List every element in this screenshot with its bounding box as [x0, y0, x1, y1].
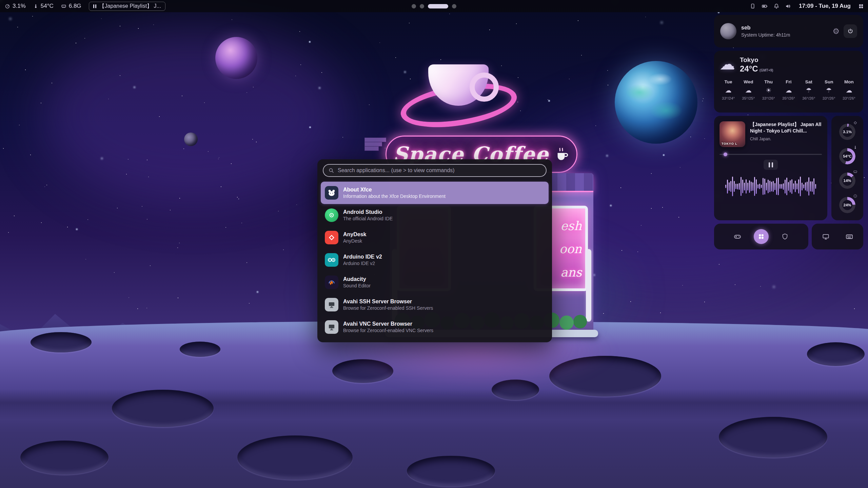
username: seb — [741, 25, 790, 31]
profile-card: seb System Uptime: 4h11m ⚙ — [714, 15, 863, 47]
cpu-module: 3.1% — [5, 3, 26, 9]
forecast-row: Tue ☁ 33°/24° Wed ☁ 35°/25° Thu ☀ 33°/26… — [719, 79, 858, 100]
sign-steps — [364, 138, 386, 151]
result-title: Arduino IDE v2 — [343, 254, 382, 260]
uptime-label: System Uptime: 4h11m — [741, 32, 790, 38]
workspace-dot-4[interactable] — [452, 4, 456, 8]
keyboard-button[interactable] — [842, 229, 857, 244]
pillar — [586, 249, 591, 322]
pause-button[interactable] — [764, 160, 778, 170]
forecast-temps: 35°/25° — [742, 96, 755, 100]
controller-button[interactable] — [730, 229, 745, 244]
controller-icon — [733, 232, 742, 241]
launcher-search[interactable] — [323, 164, 547, 177]
power-button[interactable] — [844, 24, 857, 38]
settings-gear-icon[interactable]: ⚙ — [832, 27, 840, 35]
workspace-active-pill[interactable] — [428, 4, 448, 8]
purple-planet — [215, 37, 257, 79]
memory-icon — [853, 169, 857, 175]
forecast-weather-icon: ☂ — [826, 86, 832, 94]
overview-grid-icon[interactable] — [858, 3, 864, 9]
forecast-temps: 35°/26° — [782, 96, 795, 100]
crater — [20, 441, 108, 474]
crater — [237, 435, 353, 480]
forecast-day-label: Mon — [844, 79, 854, 84]
result-row-about-xfce[interactable]: About Xfce Information about the Xfce De… — [321, 182, 549, 204]
shield-icon — [781, 233, 789, 240]
result-title: AnyDesk — [343, 231, 366, 238]
bell-icon[interactable] — [773, 3, 780, 9]
desktop: Space Coffee esh oon ans — [0, 0, 868, 488]
result-title: Avahi VNC Server Browser — [343, 321, 433, 327]
forecast-day-label: Tue — [725, 79, 732, 84]
forecast-weather-icon: ☁ — [785, 86, 792, 94]
crater — [807, 342, 865, 366]
result-description: Information about the Xfce Desktop Envir… — [343, 194, 446, 199]
display-button[interactable] — [818, 229, 833, 244]
server-browser-icon — [325, 320, 338, 334]
crater — [180, 342, 220, 357]
result-row-avahi-ssh[interactable]: Avahi SSH Server Browser Browse for Zero… — [321, 293, 549, 316]
temperature-value: 54°C — [41, 3, 54, 9]
android-studio-icon — [325, 208, 338, 222]
crater — [112, 390, 214, 427]
weather-card: ☁ Tokyo 24°C (GMT+9) Tue ☁ 33°/24° Wed — [714, 51, 863, 113]
forecast-day: Mon ☁ 33°/26° — [840, 79, 858, 100]
crater — [31, 332, 92, 352]
seek-handle[interactable] — [724, 152, 727, 156]
result-row-anydesk[interactable]: AnyDesk AnyDesk — [321, 226, 549, 249]
result-description: Sound Editor — [343, 283, 371, 288]
search-input[interactable] — [338, 167, 541, 174]
forecast-day: Thu ☀ 33°/26° — [760, 79, 777, 100]
device-actions-card — [812, 224, 863, 249]
workspace-dot-1[interactable] — [412, 4, 416, 8]
result-row-avahi-vnc[interactable]: Avahi VNC Server Browser Browse for Zero… — [321, 316, 549, 338]
forecast-weather-icon: ☁ — [846, 86, 852, 94]
shield-button[interactable] — [777, 229, 792, 244]
forecast-temps: 33°/24° — [722, 96, 735, 100]
weather-city: Tokyo — [740, 56, 773, 64]
forecast-day: Fri ☁ 35°/26° — [780, 79, 797, 100]
result-title: Avahi SSH Server Browser — [343, 299, 433, 305]
battery-icon[interactable] — [761, 3, 768, 9]
panel-left-modules: 3.1% 54°C 6.8G 【Japanese Playlist】 J... — [0, 2, 165, 11]
earth-planet — [615, 61, 697, 144]
result-row-audacity[interactable]: Audacity Sound Editor — [321, 271, 549, 293]
disk-icon — [853, 194, 857, 200]
disk-gauge: 24% — [838, 194, 857, 216]
memory-module: 6.8G — [61, 3, 81, 9]
coffee-cup-icon — [554, 146, 570, 162]
workspace-switcher — [412, 0, 456, 12]
volume-icon[interactable] — [785, 3, 791, 9]
forecast-day-label: Fri — [786, 79, 791, 84]
result-row-android-studio[interactable]: Android Studio The official Android IDE — [321, 204, 549, 226]
result-row-arduino[interactable]: Arduino IDE v2 Arduino IDE v2 — [321, 249, 549, 271]
forecast-temps: 33°/26° — [843, 96, 855, 100]
weather-cloud-icon: ☁ — [719, 56, 735, 72]
forecast-day: Sat ☂ 36°/26° — [800, 79, 817, 100]
workspace-dot-2[interactable] — [420, 4, 424, 8]
apps-button[interactable] — [754, 229, 769, 244]
forecast-temps: 33°/26° — [823, 96, 835, 100]
memory-icon — [61, 3, 66, 9]
display-icon — [822, 233, 830, 241]
launcher-results: About Xfce Information about the Xfce De… — [321, 182, 549, 338]
memory-value: 6.8G — [69, 3, 81, 9]
arduino-icon — [325, 253, 338, 267]
quick-actions-card — [714, 224, 808, 249]
clock[interactable]: 17:09 - Tue, 19 Aug — [799, 3, 851, 9]
phone-sync-icon[interactable] — [750, 3, 756, 9]
cpu-value: 3.1% — [13, 3, 26, 9]
seek-bar[interactable] — [719, 154, 822, 155]
apps-grid-icon — [758, 233, 765, 240]
result-title: About Xfce — [343, 187, 446, 193]
media-player-pill[interactable]: 【Japanese Playlist】 J... — [89, 2, 165, 11]
weather-temp: 24°C — [740, 64, 758, 73]
power-icon — [847, 28, 854, 35]
audio-visualizer — [719, 173, 822, 200]
panel-right-modules: 17:09 - Tue, 19 Aug — [750, 3, 868, 9]
forecast-temps: 33°/26° — [762, 96, 775, 100]
pause-icon — [93, 4, 96, 8]
search-icon — [328, 167, 334, 174]
xfce-mouse-icon — [325, 186, 338, 200]
